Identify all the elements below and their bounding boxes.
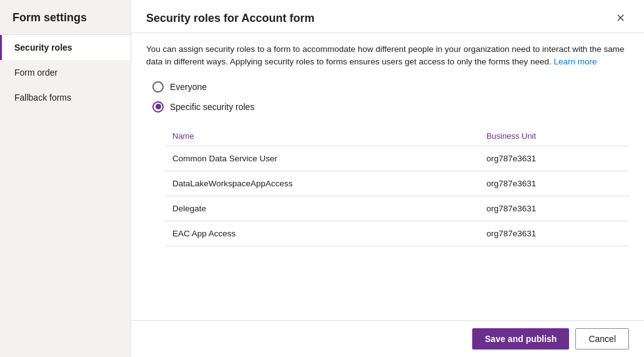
cell-role-name: Delegate — [165, 196, 479, 221]
col-name: Name — [165, 128, 479, 146]
learn-more-link[interactable]: Learn more — [554, 57, 597, 66]
radio-everyone-label: Everyone — [170, 82, 207, 92]
sidebar-title: Form settings — [0, 0, 131, 35]
main-dialog: Security roles for Account form ✕ You ca… — [131, 0, 644, 357]
cell-business-unit: org787e3631 — [479, 171, 629, 196]
cell-role-name: Common Data Service User — [165, 146, 479, 171]
sidebar: Form settings Security roles Form order … — [0, 0, 131, 357]
radio-group: Everyone Specific security roles — [146, 81, 629, 113]
save-publish-button[interactable]: Save and publish — [472, 328, 569, 349]
radio-specific-circle — [152, 101, 164, 113]
radio-specific-label: Specific security roles — [170, 102, 254, 112]
cancel-button[interactable]: Cancel — [575, 328, 629, 349]
sidebar-item-label: Fallback forms — [14, 93, 71, 103]
table-row[interactable]: EAC App Accessorg787e3631 — [165, 221, 629, 246]
sidebar-item-form-order[interactable]: Form order — [0, 60, 131, 85]
cell-business-unit: org787e3631 — [479, 146, 629, 171]
description-text: You can assign security roles to a form … — [146, 43, 629, 69]
dialog-footer: Save and publish Cancel — [131, 320, 644, 357]
cell-role-name: DataLakeWorkspaceAppAccess — [165, 171, 479, 196]
sidebar-item-label: Form order — [14, 68, 57, 78]
cell-role-name: EAC App Access — [165, 221, 479, 246]
sidebar-item-fallback-forms[interactable]: Fallback forms — [0, 85, 131, 110]
description-content: You can assign security roles to a form … — [146, 44, 624, 66]
roles-table: Name Business Unit Common Data Service U… — [165, 128, 629, 246]
table-row[interactable]: Delegateorg787e3631 — [165, 196, 629, 221]
col-business-unit: Business Unit — [479, 128, 629, 146]
cell-business-unit: org787e3631 — [479, 221, 629, 246]
dialog-body: You can assign security roles to a form … — [131, 33, 644, 320]
table-row[interactable]: DataLakeWorkspaceAppAccessorg787e3631 — [165, 171, 629, 196]
radio-everyone[interactable]: Everyone — [152, 81, 629, 93]
sidebar-item-security-roles[interactable]: Security roles — [0, 35, 131, 60]
dialog-header: Security roles for Account form ✕ — [131, 0, 644, 33]
close-button[interactable]: ✕ — [612, 11, 629, 25]
cell-business-unit: org787e3631 — [479, 196, 629, 221]
radio-specific[interactable]: Specific security roles — [152, 101, 629, 113]
sidebar-item-label: Security roles — [14, 43, 72, 53]
dialog-title: Security roles for Account form — [146, 12, 314, 25]
table-row[interactable]: Common Data Service Userorg787e3631 — [165, 146, 629, 171]
radio-everyone-circle — [152, 81, 164, 93]
